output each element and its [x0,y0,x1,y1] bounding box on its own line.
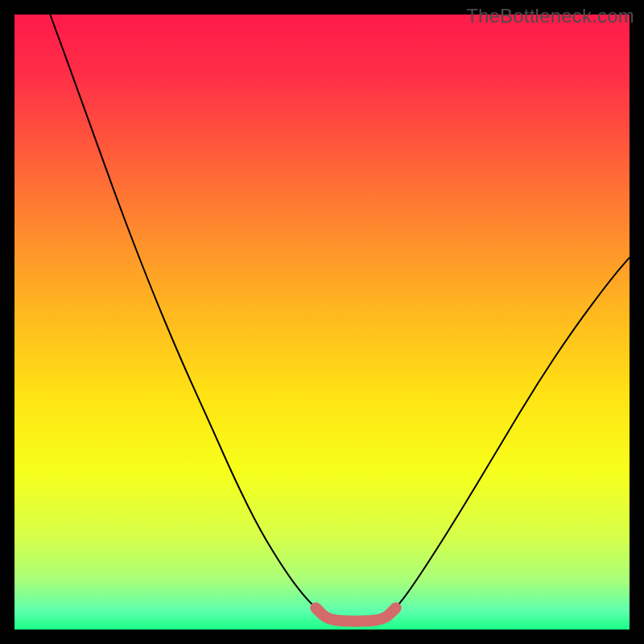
chart-frame: TheBottleneck.com [0,0,644,644]
chart-svg [14,14,630,630]
watermark-label: TheBottleneck.com [466,5,634,27]
plot-area [14,14,630,630]
gradient-background [14,14,630,630]
